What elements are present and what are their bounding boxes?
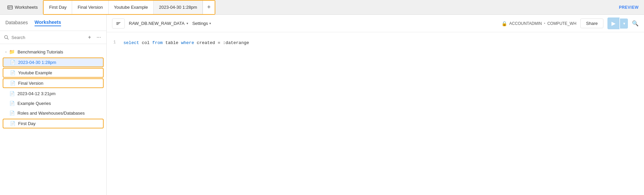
home-icon xyxy=(7,5,13,10)
code-keyword-select: select xyxy=(123,40,139,45)
dot-separator: • xyxy=(544,21,545,26)
filter-icon xyxy=(116,21,121,26)
svg-rect-0 xyxy=(8,6,12,9)
share-button[interactable]: Share xyxy=(580,18,603,28)
db-dropdown-arrow: ▾ xyxy=(186,22,188,25)
worksheet-label-youtube: Youtube Example xyxy=(18,70,52,75)
main-layout: Databases Worksheets + ··· › 📁 Benchmark… xyxy=(0,15,644,195)
worksheets-home-btn[interactable]: Worksheets xyxy=(3,3,42,12)
tab-final-version[interactable]: Final Version xyxy=(72,1,108,14)
worksheet-item-roles[interactable]: 📄 Roles and Warehouses/Databases xyxy=(0,108,106,118)
code-text-1: col xyxy=(142,40,152,45)
tab-bar: Worksheets First Day Final Version Youtu… xyxy=(0,0,644,15)
role-label: ACCOUNTADMIN xyxy=(509,21,542,26)
run-dropdown-button[interactable]: ▾ xyxy=(620,18,628,29)
db-selector-label: RAW_DB.NEW_RAW_DATA xyxy=(129,21,184,26)
worksheet-label-final: Final Version xyxy=(18,81,43,86)
sidebar: Databases Worksheets + ··· › 📁 Benchmark… xyxy=(0,15,107,195)
run-play-button[interactable]: ▶ xyxy=(607,17,620,29)
tab-current[interactable]: 2023-04-30 1:28pm xyxy=(154,1,203,14)
tab-bar-left: Worksheets First Day Final Version Youtu… xyxy=(3,0,613,15)
code-keyword-where: where xyxy=(181,40,194,45)
code-line-1: select col from table where created = :d… xyxy=(123,39,637,47)
folder-chevron: › xyxy=(5,50,6,54)
worksheet-item-example[interactable]: 📄 Example Queries xyxy=(0,99,106,108)
folder-label: Benchmarking Tutorials xyxy=(17,49,63,54)
search-icon-top[interactable]: 🔍 xyxy=(632,20,639,27)
add-worksheet-button[interactable]: + xyxy=(87,34,92,41)
sidebar-search-bar: + ··· xyxy=(0,31,106,44)
worksheet-label-roles: Roles and Warehouses/Databases xyxy=(17,111,85,116)
worksheet-item-current[interactable]: 📄 2023-04-30 1:28pm xyxy=(3,57,104,67)
search-input[interactable] xyxy=(11,35,84,40)
tab-first-day[interactable]: First Day xyxy=(44,1,72,14)
line-number: 1 xyxy=(113,39,116,46)
doc-icon-example: 📄 xyxy=(9,101,15,106)
search-actions: + ··· xyxy=(87,34,102,41)
worksheet-label-example: Example Queries xyxy=(17,101,51,106)
folder-icon: 📁 xyxy=(9,49,15,54)
tab-databases[interactable]: Databases xyxy=(5,20,28,26)
doc-icon-firstday: 📄 xyxy=(10,121,15,126)
folder-benchmarking[interactable]: › 📁 Benchmarking Tutorials xyxy=(0,47,106,57)
search-icon xyxy=(4,35,9,40)
worksheet-item-final[interactable]: 📄 Final Version xyxy=(3,78,104,88)
tab-youtube-example[interactable]: Youtube Example xyxy=(109,1,154,14)
doc-icon-old: 📄 xyxy=(9,91,15,96)
header-left: RAW_DB.NEW_RAW_DATA ▾ Settings ▾ xyxy=(112,18,211,29)
header-right: 🔒 ACCOUNTADMIN • COMPUTE_WH Share ▶ ▾ 🔍 xyxy=(501,17,639,29)
doc-icon-roles: 📄 xyxy=(9,111,15,116)
tabs-container: First Day Final Version Youtube Example … xyxy=(43,0,215,15)
worksheet-item-youtube[interactable]: 📄 Youtube Example xyxy=(3,68,104,78)
settings-dropdown-arrow: ▾ xyxy=(209,22,211,25)
code-text-2: table xyxy=(165,40,181,45)
tab-worksheets[interactable]: Worksheets xyxy=(35,20,61,26)
worksheet-label-current: 2023-04-30 1:28pm xyxy=(18,60,56,65)
worksheet-item-firstday[interactable]: 📄 First Day xyxy=(3,119,104,128)
code-editor[interactable]: 1 select col from table where created = … xyxy=(107,32,644,195)
run-buttons: ▶ ▾ xyxy=(607,17,628,29)
worksheets-home-label: Worksheets xyxy=(15,5,38,10)
doc-icon-youtube: 📄 xyxy=(10,70,15,75)
role-info: 🔒 ACCOUNTADMIN • COMPUTE_WH xyxy=(501,21,576,26)
preview-button[interactable]: PREVIEW xyxy=(613,5,644,10)
worksheet-item-old[interactable]: 📄 2023-04-12 3:21pm xyxy=(0,89,106,99)
worksheet-label-old: 2023-04-12 3:21pm xyxy=(17,91,55,96)
settings-button[interactable]: Settings ▾ xyxy=(192,21,211,26)
doc-icon-current: 📄 xyxy=(10,60,15,65)
warehouse-label: COMPUTE_WH xyxy=(547,21,577,26)
tab-add-button[interactable]: + xyxy=(203,1,215,14)
worksheet-label-firstday: First Day xyxy=(18,121,36,126)
code-keyword-from: from xyxy=(152,40,163,45)
db-selector[interactable]: RAW_DB.NEW_RAW_DATA ▾ xyxy=(129,21,188,26)
content-header: RAW_DB.NEW_RAW_DATA ▾ Settings ▾ 🔒 ACCOU… xyxy=(107,15,644,32)
doc-icon-final: 📄 xyxy=(10,81,15,86)
svg-line-4 xyxy=(7,38,9,40)
role-icon: 🔒 xyxy=(501,21,507,26)
sidebar-list: › 📁 Benchmarking Tutorials 📄 2023-04-30 … xyxy=(0,44,106,195)
more-options-button[interactable]: ··· xyxy=(95,34,102,41)
sidebar-tabs: Databases Worksheets xyxy=(0,15,106,31)
content-area: RAW_DB.NEW_RAW_DATA ▾ Settings ▾ 🔒 ACCOU… xyxy=(107,15,644,195)
settings-label: Settings xyxy=(192,21,208,26)
code-text-3: created = :daterange xyxy=(197,40,249,45)
filter-button[interactable] xyxy=(112,18,125,29)
